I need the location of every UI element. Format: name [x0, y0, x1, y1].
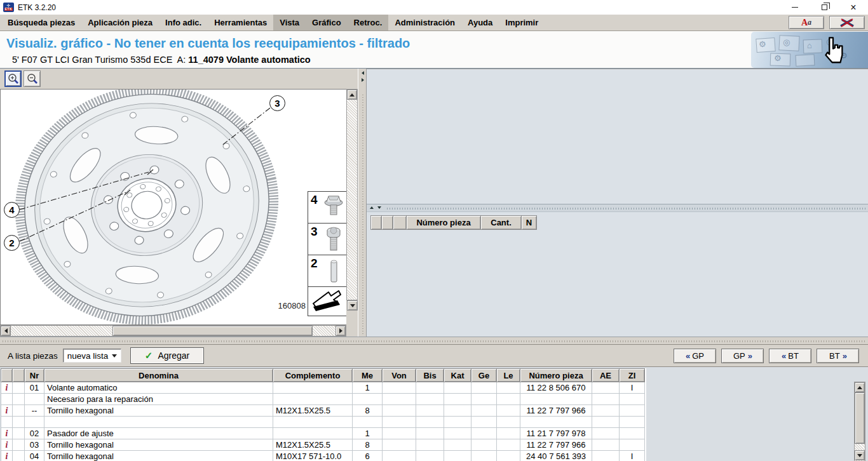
info-icon[interactable]: i	[6, 406, 8, 415]
cell-me: 8	[353, 439, 383, 451]
scroll-left-button[interactable]	[1, 326, 11, 336]
table-row[interactable]: Necesario para la reparación	[1, 394, 645, 405]
table-row[interactable]: i03Tornillo hexagonalM12X1.5X25.5811 22 …	[1, 439, 645, 451]
nav-button-gp[interactable]: «GP	[674, 349, 716, 363]
col-header-von[interactable]: Von	[383, 369, 416, 382]
menu-item-b-squeda-piezas[interactable]: Búsqueda piezas	[1, 15, 81, 30]
minimize-button[interactable]	[780, 0, 810, 15]
cell-ae	[592, 428, 620, 439]
selection-col-cant[interactable]: Cant.	[480, 215, 522, 230]
splitter-right-arrow-icon[interactable]	[362, 78, 364, 82]
col-header-blank[interactable]	[13, 369, 25, 382]
selection-col-n-mero-pieza[interactable]: Número pieza	[406, 215, 481, 230]
scroll-track[interactable]	[855, 444, 865, 450]
menu-bar: Búsqueda piezasAplicación piezaInfo adic…	[0, 15, 868, 31]
col-header-blank[interactable]	[1, 369, 13, 382]
drawing-select-button[interactable]	[347, 300, 358, 311]
selection-detail-area	[367, 69, 868, 204]
legend-item-3[interactable]: 3	[308, 223, 346, 255]
table-row[interactable]	[1, 417, 645, 428]
app-icon: ✛ ETK	[3, 3, 14, 12]
selection-col-blank[interactable]	[393, 215, 407, 230]
menu-item-imprimir[interactable]: Imprimir	[499, 15, 545, 30]
menu-item-aplicaci-n-pieza[interactable]: Aplicación pieza	[81, 15, 159, 30]
legend-item-2[interactable]: 2	[308, 255, 346, 286]
legend-number: 4	[311, 193, 318, 207]
info-icon[interactable]: i	[6, 429, 8, 438]
canvas-vertical-scrollbar[interactable]	[346, 89, 358, 300]
legend-number: 3	[311, 225, 318, 239]
main-horizontal-splitter[interactable]	[0, 337, 868, 345]
menu-item-vista[interactable]: Vista	[273, 15, 306, 30]
splitter-up-arrow-icon[interactable]	[370, 206, 374, 209]
callout-4[interactable]: 4	[4, 202, 20, 218]
col-header-nr[interactable]: Nr	[25, 369, 44, 382]
col-header-denomina[interactable]: Denomina	[44, 369, 273, 382]
selection-col-blank[interactable]	[370, 215, 382, 230]
legend-item-4[interactable]: 4	[308, 191, 346, 223]
menu-item-info-adic[interactable]: Info adic.	[159, 15, 208, 30]
col-header-n-mero-pieza[interactable]: Número pieza	[520, 369, 592, 382]
scroll-down-button[interactable]	[855, 450, 865, 460]
scroll-up-button[interactable]	[347, 90, 357, 100]
nav-button-bt[interactable]: BT»	[817, 349, 859, 363]
splitter-left-arrow-icon[interactable]	[362, 71, 364, 75]
etk-window: ✛ ETK ETK 3.2.20 × Búsqueda piezasAplica…	[0, 0, 868, 461]
selection-col-n[interactable]: N	[521, 215, 537, 230]
drawing-canvas[interactable]: 3 4 2 432	[0, 89, 346, 325]
col-header-bis[interactable]: Bis	[416, 369, 444, 382]
cell-ge	[471, 417, 497, 428]
cell-nr: --	[25, 405, 44, 417]
menu-item-retroc[interactable]: Retroc.	[348, 15, 389, 30]
table-row[interactable]: i02Pasador de ajuste111 21 7 797 978	[1, 428, 645, 439]
splitter-down-arrow-icon[interactable]	[377, 206, 381, 209]
col-header-complemento[interactable]: Complemento	[273, 369, 353, 382]
zoom-out-button[interactable]	[24, 70, 41, 87]
nav-button-gp[interactable]: GP»	[721, 349, 764, 363]
scroll-track[interactable]	[11, 326, 336, 336]
hide-tools-button[interactable]	[829, 16, 865, 29]
list-label: A lista piezas	[8, 351, 58, 361]
cell-info: i	[1, 382, 13, 394]
menu-item-gr-fico[interactable]: Gráfico	[306, 15, 348, 30]
zoom-in-button[interactable]	[4, 70, 22, 87]
scroll-right-button[interactable]	[336, 326, 346, 336]
cell-me	[353, 417, 383, 428]
menu-item-herramientas[interactable]: Herramientas	[208, 15, 273, 30]
vertical-splitter[interactable]	[358, 69, 367, 337]
cell-select	[13, 439, 25, 451]
restore-button[interactable]	[810, 0, 839, 15]
scroll-thumb[interactable]	[855, 392, 865, 444]
col-header-kat[interactable]: Kat	[444, 369, 471, 382]
info-icon[interactable]: i	[6, 383, 8, 392]
col-header-le[interactable]: Le	[497, 369, 520, 382]
table-row[interactable]: i01Volante automatico111 22 8 506 670I	[1, 382, 645, 394]
table-row[interactable]: i--Tornillo hexagonalM12X1.5X25.5811 22 …	[1, 405, 645, 417]
col-header-me[interactable]: Me	[353, 369, 383, 382]
font-size-icon: A	[801, 18, 808, 28]
col-header-zi[interactable]: ZI	[620, 369, 645, 382]
selection-col-blank[interactable]	[381, 215, 393, 230]
vehicle-context: 5' F07 GT LCI Gran Turismo 535d ECE A:	[12, 55, 188, 65]
scroll-thumb[interactable]	[112, 326, 313, 336]
col-header-ae[interactable]: AE	[592, 369, 620, 382]
menu-item-ayuda[interactable]: Ayuda	[461, 15, 499, 30]
callout-3[interactable]: 3	[269, 95, 285, 111]
add-button[interactable]: ✓ Agregar	[130, 347, 204, 364]
info-icon[interactable]: i	[6, 451, 8, 461]
scroll-up-button[interactable]	[855, 382, 865, 392]
canvas-horizontal-scrollbar[interactable]	[0, 325, 346, 337]
nav-button-bt[interactable]: «BT	[769, 349, 811, 363]
font-size-button[interactable]: Aa	[789, 16, 824, 29]
col-header-ge[interactable]: Ge	[471, 369, 497, 382]
menu-item-administraci-n[interactable]: Administración	[388, 15, 461, 30]
cell-comp	[273, 428, 353, 439]
callout-2[interactable]: 2	[4, 235, 20, 251]
selection-splitter[interactable]	[367, 204, 868, 212]
list-dropdown[interactable]: nueva lista	[63, 349, 121, 363]
close-button[interactable]: ×	[839, 0, 868, 15]
parts-vertical-scrollbar[interactable]	[854, 382, 865, 461]
info-icon[interactable]: i	[6, 440, 8, 450]
cell-den: Tornillo hexagonal	[44, 451, 273, 461]
table-row[interactable]: i04Tornillo hexagonalM10X17 571-10.0624 …	[1, 451, 645, 461]
